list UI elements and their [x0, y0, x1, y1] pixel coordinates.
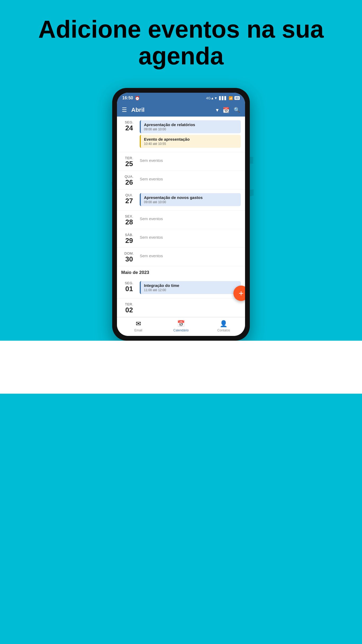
day-num-30: 30 — [121, 255, 137, 263]
signal-icon: ▋▋▋ — [219, 96, 227, 100]
day-abbr-29: SÁB. — [121, 233, 137, 237]
day-abbr-25: TER. — [121, 156, 137, 160]
alarm-icon: ⏰ — [135, 96, 140, 101]
day-events-maio-02 — [137, 301, 241, 302]
day-abbr-26: QUA. — [121, 175, 137, 179]
bottom-nav: ✉ Email 📅 Calendário 👤 Contatos — [117, 317, 245, 336]
day-row-maio-01: SEG. 01 Integração do time 11:00 até 12:… — [117, 277, 245, 299]
event-title-relatorios: Apresentação de relatórios — [144, 122, 238, 127]
day-label-28: SEX. 28 — [121, 213, 137, 226]
hero-title: Adicione eventos na sua agenda — [11, 16, 351, 69]
calendar-view-icon[interactable]: 📆 — [223, 107, 229, 113]
day-label-26: QUA. 26 — [121, 174, 137, 186]
no-events-30: Sem eventos — [140, 251, 241, 258]
day-label-maio-02: TER. 02 — [121, 301, 137, 314]
day-row-29: SÁB. 29 Sem eventos — [117, 229, 245, 248]
day-abbr-maio-02: TER. — [121, 302, 137, 306]
calendario-icon: 📅 — [177, 320, 185, 327]
month-separator-maio: Maio de 2023 — [117, 266, 245, 277]
day-abbr-28: SEX. — [121, 214, 137, 218]
nav-label-email: Email — [134, 328, 142, 332]
no-events-26: Sem eventos — [140, 175, 241, 181]
day-events-30: Sem eventos — [137, 250, 241, 258]
day-events-29: Sem eventos — [137, 232, 241, 239]
phone-mockup: 16:50 ⏰ 4G▲▼ ▋▋▋ 📶 83 ☰ Abril ▾ — [112, 88, 250, 341]
app-header: ☰ Abril ▾ 📆 🔍 — [117, 103, 245, 117]
status-bar: 16:50 ⏰ 4G▲▼ ▋▋▋ 📶 83 — [117, 93, 245, 103]
event-card-apresentacao[interactable]: Evento de apresentação 10:40 até 10:55 — [140, 135, 241, 148]
event-title-integracao: Integração do time — [144, 283, 238, 288]
status-icons: 4G▲▼ ▋▋▋ 📶 83 — [206, 96, 240, 100]
event-title-apresentacao: Evento de apresentação — [144, 137, 238, 141]
day-num-maio-01: 01 — [121, 285, 137, 293]
nav-item-email[interactable]: ✉ Email — [117, 320, 160, 332]
header-title: Abril — [131, 106, 212, 113]
email-icon: ✉ — [136, 320, 141, 327]
day-events-24: Apresentação de relatórios 09:00 até 10:… — [137, 119, 241, 149]
add-event-button[interactable]: + — [233, 286, 245, 301]
month-separator-label: Maio de 2023 — [121, 270, 241, 275]
day-row-24: SEG. 24 Apresentação de relatórios 09:00… — [117, 117, 245, 152]
fab-container: + — [233, 286, 245, 301]
no-events-29: Sem eventos — [140, 233, 241, 239]
phone-screen: 16:50 ⏰ 4G▲▼ ▋▋▋ 📶 83 ☰ Abril ▾ — [117, 93, 245, 336]
day-num-25: 25 — [121, 160, 137, 168]
search-icon[interactable]: 🔍 — [234, 107, 240, 113]
status-time: 16:50 ⏰ — [122, 96, 140, 101]
day-row-27: QUI. 27 Apresentação de novos gastos 09:… — [117, 189, 245, 211]
calendar-list: SEG. 24 Apresentação de relatórios 09:00… — [117, 117, 245, 317]
dropdown-icon[interactable]: ▾ — [216, 107, 219, 113]
event-card-gastos[interactable]: Apresentação de novos gastos 09:00 até 1… — [140, 193, 241, 206]
day-events-27: Apresentação de novos gastos 09:00 até 1… — [137, 192, 241, 208]
event-time-apresentacao: 10:40 até 10:55 — [144, 142, 238, 146]
no-events-28: Sem eventos — [140, 214, 241, 221]
nav-item-calendario[interactable]: 📅 Calendário — [160, 320, 202, 332]
contatos-icon: 👤 — [220, 320, 228, 327]
day-num-27: 27 — [121, 197, 137, 205]
menu-icon[interactable]: ☰ — [122, 106, 127, 113]
hero-section: Just Adicione eventos na sua agenda 16:5… — [0, 0, 362, 341]
day-row-maio-02: TER. 02 — [117, 299, 245, 317]
day-abbr-maio-01: SEG. — [121, 281, 137, 285]
day-abbr-24: SEG. — [121, 120, 137, 124]
day-row-26: QUA. 26 Sem eventos — [117, 171, 245, 189]
day-events-28: Sem eventos — [137, 213, 241, 221]
event-card-integracao[interactable]: Integração do time 11:00 até 12:00 — [140, 281, 241, 294]
event-time-gastos: 09:00 até 10:00 — [144, 200, 238, 204]
no-events-25: Sem eventos — [140, 156, 241, 163]
day-num-24: 24 — [121, 124, 137, 132]
day-events-26: Sem eventos — [137, 174, 241, 181]
day-row-30: DOM. 30 Sem eventos — [117, 248, 245, 266]
day-num-maio-02: 02 — [121, 306, 137, 314]
phone-frame: 16:50 ⏰ 4G▲▼ ▋▋▋ 📶 83 ☰ Abril ▾ — [112, 88, 250, 341]
day-num-29: 29 — [121, 237, 137, 245]
day-row-25: TER. 25 Sem eventos — [117, 152, 245, 171]
page-bottom — [0, 341, 362, 394]
battery-icon: 83 — [234, 96, 240, 100]
day-label-maio-01: SEG. 01 — [121, 280, 137, 293]
nav-item-contatos[interactable]: 👤 Contatos — [202, 320, 245, 332]
day-row-28: SEX. 28 Sem eventos — [117, 211, 245, 229]
day-abbr-27: QUI. — [121, 193, 137, 197]
event-time-relatorios: 09:00 até 10:00 — [144, 127, 238, 131]
day-abbr-30: DOM. — [121, 251, 137, 255]
day-label-24: SEG. 24 — [121, 119, 137, 132]
day-events-25: Sem eventos — [137, 155, 241, 163]
day-events-maio-01: Integração do time 11:00 até 12:00 + — [137, 280, 241, 296]
day-label-25: TER. 25 — [121, 155, 137, 168]
event-card-relatorios[interactable]: Apresentação de relatórios 09:00 até 10:… — [140, 120, 241, 133]
network-icon: 4G▲▼ — [206, 96, 218, 100]
nav-label-contatos: Contatos — [217, 328, 230, 332]
day-num-26: 26 — [121, 179, 137, 186]
wifi-icon: 📶 — [229, 96, 233, 100]
day-label-29: SÁB. 29 — [121, 232, 137, 245]
event-title-gastos: Apresentação de novos gastos — [144, 195, 238, 200]
day-label-30: DOM. 30 — [121, 250, 137, 263]
header-icons: ▾ 📆 🔍 — [216, 107, 240, 113]
day-num-28: 28 — [121, 218, 137, 226]
nav-label-calendario: Calendário — [173, 328, 189, 332]
day-label-27: QUI. 27 — [121, 192, 137, 205]
event-time-integracao: 11:00 até 12:00 — [144, 288, 238, 292]
